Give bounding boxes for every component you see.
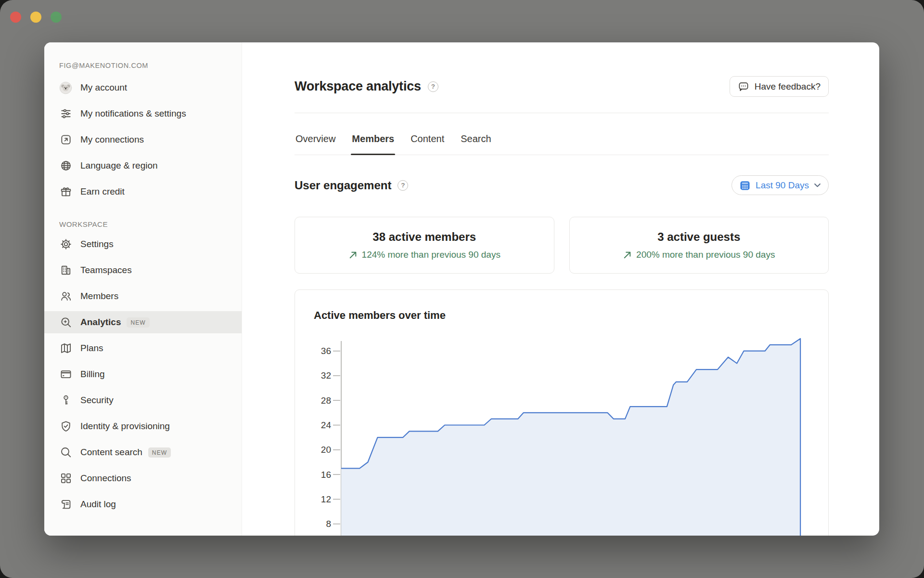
settings-dialog: FIG@MAKENOTION.COM My account: [44, 42, 879, 536]
sliders-icon: [59, 107, 72, 120]
sidebar-item-label: My notifications & settings: [80, 107, 186, 119]
date-range-selector[interactable]: Last 90 Days: [732, 175, 829, 195]
minimize-button[interactable]: [30, 12, 41, 23]
sidebar-item-my-account[interactable]: My account: [44, 77, 242, 99]
tab-content[interactable]: Content: [410, 133, 445, 155]
settings-sidebar: FIG@MAKENOTION.COM My account: [44, 42, 242, 536]
globe-icon: [59, 159, 72, 172]
active-members-change: 124% more than previous 90 days: [362, 250, 500, 260]
magnifier-sparkle-icon: [59, 316, 72, 329]
have-feedback-button[interactable]: Have feedback?: [730, 76, 829, 97]
desktop-backdrop: FIG@MAKENOTION.COM My account: [0, 0, 924, 578]
sidebar-item-label: Plans: [80, 342, 103, 354]
sidebar-item-label: Identity & provisioning: [80, 420, 170, 432]
gear-icon: [59, 238, 72, 251]
sidebar-item-connections[interactable]: Connections: [44, 467, 242, 489]
sidebar-item-language-region[interactable]: Language & region: [44, 155, 242, 177]
buildings-icon: [59, 264, 72, 277]
analytics-tabs: Overview Members Content Search: [295, 133, 829, 155]
svg-text:36: 36: [321, 346, 331, 356]
svg-text:32: 32: [321, 370, 331, 381]
key-icon: [59, 394, 72, 407]
active-members-stat-card: 38 active members 124% more than previou…: [295, 217, 554, 274]
credit-card-icon: [59, 368, 72, 381]
sidebar-item-label: Settings: [80, 238, 114, 250]
sidebar-item-my-connections[interactable]: My connections: [44, 129, 242, 151]
page-title: Workspace analytics: [295, 79, 421, 94]
svg-text:20: 20: [321, 445, 331, 455]
help-icon[interactable]: ?: [398, 180, 408, 191]
svg-text:12: 12: [321, 494, 331, 504]
trend-up-arrow-icon: [348, 250, 358, 260]
window-controls: [10, 12, 62, 23]
sidebar-item-label: My account: [80, 81, 127, 93]
tab-members[interactable]: Members: [351, 133, 395, 155]
date-range-label: Last 90 Days: [756, 180, 809, 191]
sidebar-item-label: Content search: [80, 446, 142, 458]
user-engagement-heading: User engagement: [295, 179, 391, 192]
analytics-main-panel: Workspace analytics ? Have feedback?: [242, 42, 879, 536]
new-badge: NEW: [148, 447, 171, 458]
people-icon: [59, 290, 72, 303]
sidebar-item-label: My connections: [80, 133, 144, 145]
sidebar-item-settings[interactable]: Settings: [44, 233, 242, 255]
sidebar-item-content-search[interactable]: Content search NEW: [44, 441, 242, 463]
speech-bubble-icon: [738, 81, 749, 92]
gift-icon: [59, 185, 72, 198]
sidebar-item-label: Earn credit: [80, 185, 125, 197]
scroll-icon: [59, 498, 72, 511]
koala-avatar: [59, 81, 72, 94]
active-guests-change: 200% more than previous 90 days: [636, 250, 775, 260]
zoom-button[interactable]: [51, 12, 62, 23]
svg-text:16: 16: [321, 470, 331, 480]
active-guests-value: 3 active guests: [657, 230, 740, 244]
sidebar-item-label: Teamspaces: [80, 264, 132, 276]
sidebar-item-plans[interactable]: Plans: [44, 337, 242, 359]
trend-up-arrow-icon: [623, 250, 632, 260]
calendar-icon: [739, 180, 751, 191]
workspace-section-heading: WORKSPACE: [44, 220, 242, 228]
chevron-down-icon: [814, 182, 821, 188]
account-email-heading: FIG@MAKENOTION.COM: [44, 62, 242, 69]
close-button[interactable]: [10, 12, 21, 23]
svg-text:28: 28: [321, 395, 331, 406]
sidebar-item-audit-log[interactable]: Audit log: [44, 493, 242, 515]
magnifier-icon: [59, 446, 72, 459]
sidebar-item-label: Members: [80, 290, 118, 302]
tab-search[interactable]: Search: [460, 133, 492, 155]
active-guests-stat-card: 3 active guests 200% more than previous …: [569, 217, 829, 274]
sidebar-item-security[interactable]: Security: [44, 389, 242, 411]
sidebar-item-notifications-settings[interactable]: My notifications & settings: [44, 103, 242, 125]
sidebar-item-billing[interactable]: Billing: [44, 363, 242, 385]
map-icon: [59, 342, 72, 355]
grid-icon: [59, 472, 72, 485]
header-divider: [295, 113, 829, 113]
sidebar-item-label: Analytics: [80, 316, 121, 328]
sidebar-item-label: Security: [80, 394, 114, 406]
sidebar-item-earn-credit[interactable]: Earn credit: [44, 181, 242, 203]
sidebar-item-teamspaces[interactable]: Teamspaces: [44, 259, 242, 281]
have-feedback-label: Have feedback?: [755, 81, 821, 92]
svg-text:8: 8: [326, 519, 331, 529]
new-badge: NEW: [127, 317, 149, 328]
sidebar-item-members[interactable]: Members: [44, 285, 242, 307]
help-icon[interactable]: ?: [428, 81, 438, 92]
sidebar-item-analytics[interactable]: Analytics NEW: [44, 311, 242, 333]
active-members-chart-card: Active members over time 363228242016128: [295, 289, 829, 536]
svg-text:24: 24: [321, 420, 332, 430]
sidebar-item-identity-provisioning[interactable]: Identity & provisioning: [44, 415, 242, 437]
tab-overview[interactable]: Overview: [295, 133, 336, 155]
sidebar-item-label: Audit log: [80, 498, 116, 510]
sidebar-item-label: Billing: [80, 368, 105, 380]
shield-check-icon: [59, 420, 72, 433]
active-members-value: 38 active members: [372, 230, 476, 244]
arrow-up-right-square-icon: [59, 133, 72, 146]
active-members-area-chart: 363228242016128: [295, 290, 828, 536]
sidebar-item-label: Language & region: [80, 159, 158, 171]
sidebar-item-label: Connections: [80, 472, 131, 484]
